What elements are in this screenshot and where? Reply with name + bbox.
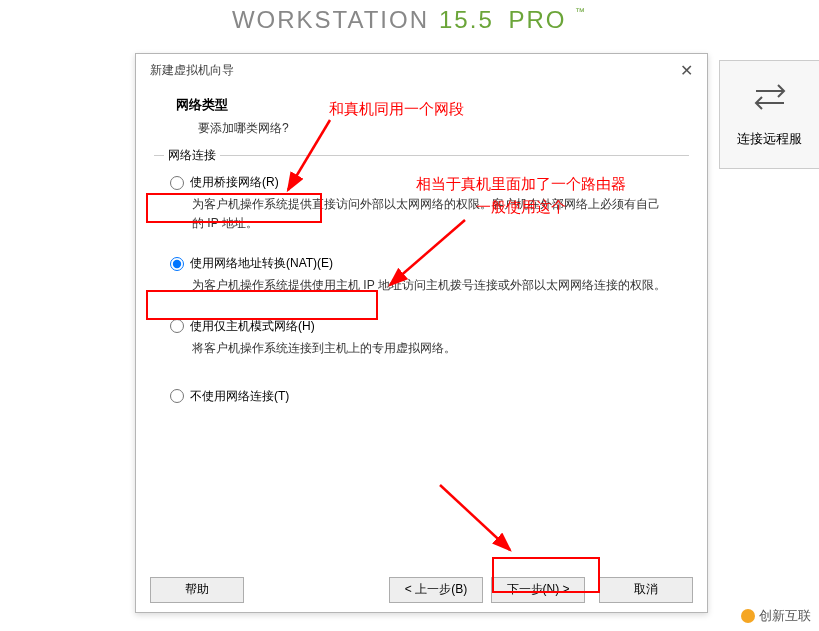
brand-name: WORKSTATION <box>232 6 429 34</box>
radio-none[interactable]: 不使用网络连接(T) <box>170 388 679 405</box>
option-bridged: 使用桥接网络(R) 为客户机操作系统提供直接访问外部以太网网络的权限。客户机在外… <box>164 174 679 233</box>
swap-icon <box>725 81 814 115</box>
network-fieldset: 网络连接 使用桥接网络(R) 为客户机操作系统提供直接访问外部以太网网络的权限。… <box>154 155 689 437</box>
radio-bridged[interactable]: 使用桥接网络(R) <box>170 174 679 191</box>
radio-none-input[interactable] <box>170 389 184 403</box>
wizard-dialog: 新建虚拟机向导 ✕ 网络类型 要添加哪类网络? 网络连接 使用桥接网络(R) 为… <box>135 53 708 613</box>
radio-hostonly-desc: 将客户机操作系统连接到主机上的专用虚拟网络。 <box>170 339 670 358</box>
brand-edition: PRO <box>508 6 566 33</box>
titlebar: 新建虚拟机向导 ✕ <box>136 54 707 86</box>
back-button[interactable]: < 上一步(B) <box>389 577 483 603</box>
radio-bridged-desc: 为客户机操作系统提供直接访问外部以太网网络的权限。客户机在外部网络上必须有自己的… <box>170 195 670 233</box>
page-heading: 网络类型 <box>176 96 707 114</box>
page-subheading: 要添加哪类网络? <box>176 120 707 137</box>
radio-bridged-label: 使用桥接网络(R) <box>190 174 279 191</box>
brand-header: WORKSTATION 15.5 PRO ™ <box>0 0 819 40</box>
close-icon[interactable]: ✕ <box>676 61 697 80</box>
dialog-title: 新建虚拟机向导 <box>150 62 234 79</box>
radio-nat-input[interactable] <box>170 257 184 271</box>
radio-hostonly-input[interactable] <box>170 319 184 333</box>
watermark-icon <box>741 609 755 623</box>
next-button[interactable]: 下一步(N) > <box>491 577 585 603</box>
radio-nat-label: 使用网络地址转换(NAT)(E) <box>190 255 333 272</box>
heading-area: 网络类型 要添加哪类网络? <box>136 86 707 155</box>
radio-hostonly-label: 使用仅主机模式网络(H) <box>190 318 315 335</box>
radio-nat[interactable]: 使用网络地址转换(NAT)(E) <box>170 255 679 272</box>
fieldset-label: 网络连接 <box>164 147 220 164</box>
cancel-button[interactable]: 取消 <box>599 577 693 603</box>
watermark-text: 创新互联 <box>759 607 811 625</box>
option-none: 不使用网络连接(T) <box>164 388 679 405</box>
option-nat: 使用网络地址转换(NAT)(E) 为客户机操作系统提供使用主机 IP 地址访问主… <box>164 255 679 295</box>
button-bar: 帮助 < 上一步(B) 下一步(N) > 取消 <box>136 566 707 612</box>
radio-none-label: 不使用网络连接(T) <box>190 388 289 405</box>
right-panel[interactable]: 连接远程服 <box>719 60 819 169</box>
watermark: 创新互联 <box>741 607 811 625</box>
right-panel-label: 连接远程服 <box>725 130 814 148</box>
help-button[interactable]: 帮助 <box>150 577 244 603</box>
brand-tm: ™ <box>575 6 587 17</box>
radio-nat-desc: 为客户机操作系统提供使用主机 IP 地址访问主机拨号连接或外部以太网网络连接的权… <box>170 276 670 295</box>
radio-bridged-input[interactable] <box>170 176 184 190</box>
option-hostonly: 使用仅主机模式网络(H) 将客户机操作系统连接到主机上的专用虚拟网络。 <box>164 318 679 358</box>
brand-version: 15.5 <box>439 6 494 33</box>
radio-hostonly[interactable]: 使用仅主机模式网络(H) <box>170 318 679 335</box>
